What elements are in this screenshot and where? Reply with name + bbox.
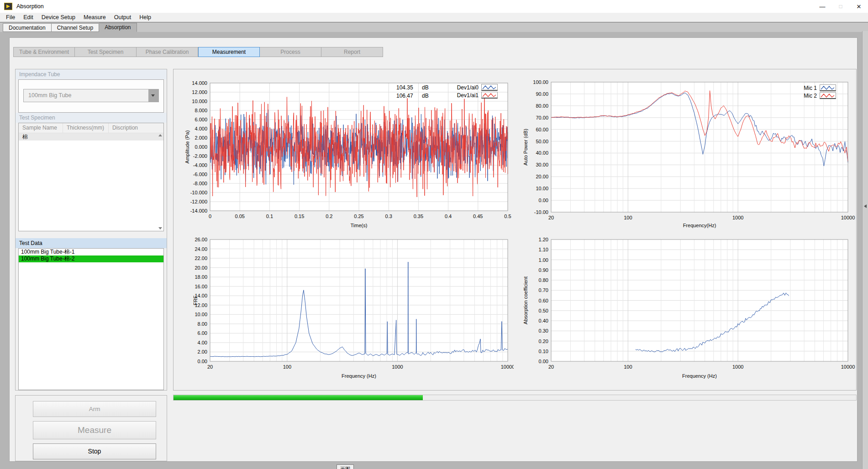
impedance-tube-select[interactable]: 100mm Big Tube [23, 89, 159, 102]
tab-absorption[interactable]: Absorption [99, 23, 137, 32]
svg-text:100: 100 [624, 364, 632, 370]
svg-text:8.000: 8.000 [195, 108, 207, 113]
svg-text:4.00: 4.00 [198, 340, 207, 345]
waveform-legend-icon [820, 84, 836, 91]
legend-label: Mic 2 [804, 93, 817, 99]
svg-text:0.35: 0.35 [414, 214, 423, 219]
svg-text:Absorption coefficient: Absorption coefficient [523, 276, 528, 324]
chevron-down-icon[interactable] [148, 89, 158, 102]
svg-text:0.50: 0.50 [539, 308, 548, 313]
test-data-item-2[interactable]: 100mm Big Tube-棉-2 [19, 255, 163, 262]
right-scrollbar[interactable] [862, 31, 868, 469]
svg-text:0.00: 0.00 [539, 198, 548, 203]
svg-text:100: 100 [624, 215, 632, 220]
menu-item-output[interactable]: Output [110, 13, 136, 22]
app-icon [4, 3, 12, 10]
subtab-tube-environment[interactable]: Tube & Environment [13, 47, 75, 57]
svg-text:0.3: 0.3 [385, 214, 392, 219]
titlebar: Absorption — □ ✕ [0, 0, 868, 13]
svg-text:-10.00: -10.00 [534, 209, 548, 215]
svg-text:14.000: 14.000 [192, 80, 207, 86]
svg-text:6.00: 6.00 [198, 330, 207, 336]
menu-item-help[interactable]: Help [135, 13, 155, 22]
svg-text:2.000: 2.000 [195, 135, 207, 141]
svg-text:-6.000: -6.000 [193, 172, 207, 177]
svg-text:0.45: 0.45 [473, 214, 483, 219]
subtab-measurement[interactable]: Measurement [198, 47, 260, 57]
svg-text:1.10: 1.10 [539, 247, 548, 252]
svg-text:0.05: 0.05 [235, 214, 244, 219]
specimen-cell [63, 133, 108, 141]
legend-item-mic-2[interactable]: Mic 2 [781, 92, 836, 99]
svg-text:60.00: 60.00 [536, 127, 548, 132]
specimen-cell [108, 133, 163, 141]
svg-text:1000: 1000 [732, 215, 743, 220]
scroll-down-icon[interactable] [158, 227, 162, 229]
svg-text:1000: 1000 [732, 364, 743, 370]
svg-text:70.00: 70.00 [536, 115, 548, 120]
chevron-left-icon[interactable] [864, 204, 867, 208]
bottom-tab-draw[interactable]: 画图 [337, 464, 354, 469]
minimize-button[interactable]: — [813, 0, 831, 13]
menu-item-edit[interactable]: Edit [19, 13, 37, 22]
svg-text:16.00: 16.00 [195, 284, 207, 289]
level-readout-dev1-ai1: 106.47dB [396, 92, 429, 100]
svg-text:-8.000: -8.000 [193, 181, 207, 186]
specimen-column-thickness-mm: Thickness(mm) [63, 123, 108, 133]
menubar: FileEditDevice SetupMeasureOutputHelp [0, 13, 868, 22]
svg-text:1.20: 1.20 [539, 237, 548, 242]
svg-text:4.000: 4.000 [195, 126, 207, 131]
svg-text:20.00: 20.00 [536, 174, 548, 179]
subtab-report[interactable]: Report [321, 47, 383, 57]
specimen-row[interactable]: 棉 [19, 133, 163, 141]
svg-text:8.00: 8.00 [198, 321, 207, 327]
level-readout-dev1-ai0: 104.35dB [396, 83, 429, 92]
arm-button[interactable]: Arm [33, 401, 156, 417]
measure-button[interactable]: Measure [33, 421, 156, 439]
tab-documentation[interactable]: Documentation [3, 23, 52, 32]
svg-text:26.00: 26.00 [195, 237, 207, 242]
impedance-tube-group: 100mm Big Tube [18, 79, 164, 113]
subtab-process[interactable]: Process [260, 47, 321, 57]
menu-item-file[interactable]: File [2, 13, 19, 22]
svg-text:0.70: 0.70 [539, 287, 548, 293]
svg-text:12.000: 12.000 [192, 89, 207, 95]
svg-text:Frequency (Hz): Frequency (Hz) [342, 373, 376, 379]
menu-item-device-setup[interactable]: Device Setup [37, 13, 79, 22]
window-title: Absorption [16, 3, 44, 10]
svg-text:10.00: 10.00 [195, 312, 207, 317]
svg-text:0.4: 0.4 [445, 214, 452, 219]
svg-text:50.00: 50.00 [536, 139, 548, 144]
specimen-table[interactable]: Sample NameThickness(mm)Discription 棉 [18, 123, 164, 231]
svg-text:0.20: 0.20 [539, 339, 548, 344]
svg-text:1.00: 1.00 [539, 257, 548, 263]
svg-text:-4.000: -4.000 [193, 162, 207, 168]
svg-text:FRF: FRF [193, 296, 198, 306]
menu-item-measure[interactable]: Measure [79, 13, 110, 22]
maximize-button[interactable]: □ [831, 0, 850, 13]
svg-text:0.90: 0.90 [539, 267, 548, 273]
svg-text:1000: 1000 [392, 364, 403, 370]
waveform-legend-icon [820, 92, 836, 99]
legend-item-dev1-ai1[interactable]: Dev1/ai1 [427, 91, 498, 99]
test-data-header: Test Data [16, 238, 167, 248]
svg-text:0.40: 0.40 [539, 318, 548, 323]
tab-channel-setup[interactable]: Channel Setup [52, 23, 99, 32]
svg-text:Amplitude (Pa): Amplitude (Pa) [184, 130, 190, 164]
subtab-test-specimen[interactable]: Test Specimen [75, 47, 137, 57]
progress-fill [174, 395, 423, 400]
svg-text:0.000: 0.000 [195, 144, 207, 150]
scroll-up-icon[interactable] [158, 134, 162, 136]
legend-item-dev1-ai0[interactable]: Dev1/ai0 [427, 83, 498, 91]
chart-absorption: 1.201.101.000.900.800.700.600.500.400.30… [514, 227, 857, 384]
actions-panel: Arm Measure Stop [15, 395, 167, 461]
close-button[interactable]: ✕ [850, 0, 868, 13]
legend-item-mic-1[interactable]: Mic 1 [781, 84, 836, 92]
svg-text:0.00: 0.00 [198, 359, 207, 364]
stop-button[interactable]: Stop [33, 443, 156, 459]
svg-text:0.2: 0.2 [326, 214, 332, 219]
test-data-list[interactable]: 100mm Big Tube-棉-1100mm Big Tube-棉-2 [18, 248, 164, 390]
specimen-cell: 棉 [19, 133, 63, 141]
subtab-phase-calibration[interactable]: Phase Calibration [137, 47, 198, 57]
test-data-item-1[interactable]: 100mm Big Tube-棉-1 [19, 249, 163, 255]
